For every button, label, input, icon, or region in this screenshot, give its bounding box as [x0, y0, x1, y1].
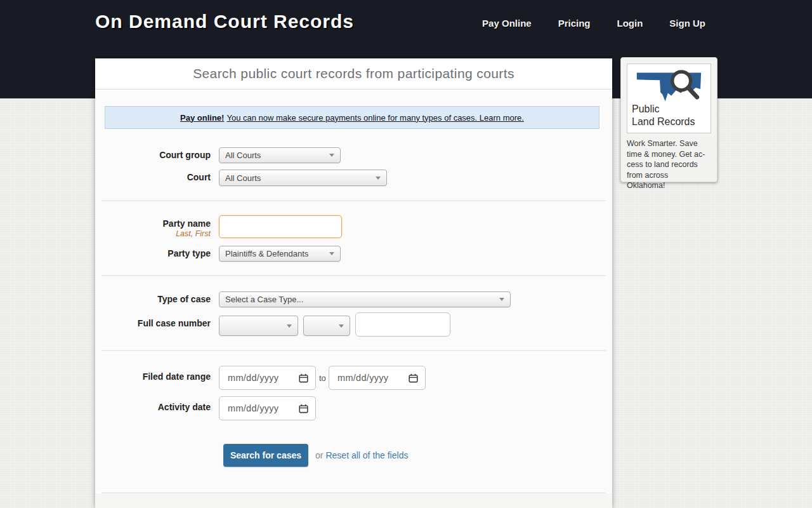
date-placeholder: mm/dd/yyyy: [228, 403, 278, 413]
ad-description-line: Work Smarter. Save: [627, 138, 711, 149]
party-name-hint: Last, First: [95, 229, 211, 238]
alert-body-text: You can now make secure payments online …: [226, 113, 524, 123]
chevron-down-icon: [329, 252, 334, 255]
top-nav: Pay Online Pricing Login Sign Up: [482, 18, 705, 29]
search-for-cases-button[interactable]: Search for cases: [223, 444, 308, 467]
court-value: All Courts: [225, 173, 261, 183]
oklahoma-magnifier-icon: [630, 67, 709, 107]
court-select[interactable]: All Courts: [219, 170, 387, 186]
party-type-select[interactable]: Plaintiffs & Defendants: [219, 246, 341, 262]
case-number-type-select[interactable]: [303, 316, 350, 336]
ad-description: Work Smarter. Save time & money. Get ac-…: [627, 138, 711, 191]
party-type-value: Plaintiffs & Defendants: [225, 249, 308, 258]
pay-online-alert-link[interactable]: Pay online! You can now make secure paym…: [105, 106, 599, 129]
chevron-down-icon: [376, 177, 381, 180]
court-label: Court: [95, 172, 211, 182]
public-land-records-logo: Public Land Records: [627, 64, 711, 133]
search-panel: Search public court records from partici…: [95, 58, 612, 508]
public-land-records-ad[interactable]: Public Land Records Work Smarter. Save t…: [620, 57, 717, 182]
case-number-year-select[interactable]: [219, 316, 298, 336]
filed-date-from-input[interactable]: mm/dd/yyyy: [219, 366, 316, 390]
divider: [102, 275, 606, 276]
chevron-down-icon: [287, 324, 292, 328]
wordmark-line1: Public: [632, 103, 695, 116]
panel-bottom-section: [95, 493, 612, 508]
nav-login[interactable]: Login: [617, 18, 643, 29]
site-logo[interactable]: On Demand Court Records: [95, 11, 354, 32]
divider: [102, 350, 606, 351]
ad-description-line: cess to land records: [627, 159, 711, 170]
full-case-number-label: Full case number: [95, 318, 211, 328]
calendar-icon[interactable]: [299, 404, 308, 413]
nav-pricing[interactable]: Pricing: [558, 18, 591, 29]
chevron-down-icon: [329, 154, 334, 157]
filed-date-range-label: Filed date range: [95, 371, 211, 382]
divider: [102, 492, 606, 493]
activity-date-input[interactable]: mm/dd/yyyy: [219, 396, 316, 420]
date-placeholder: mm/dd/yyyy: [228, 373, 278, 383]
party-name-label-text: Party name: [95, 218, 211, 229]
calendar-icon[interactable]: [409, 373, 418, 383]
ad-description-line: time & money. Get ac-: [627, 149, 711, 160]
public-land-records-wordmark: Public Land Records: [632, 103, 695, 129]
nav-pay-online[interactable]: Pay Online: [482, 18, 532, 29]
type-of-case-label: Type of case: [95, 294, 211, 304]
calendar-icon[interactable]: [299, 373, 308, 383]
filed-date-to-input[interactable]: mm/dd/yyyy: [329, 366, 426, 390]
case-type-select[interactable]: Select a Case Type...: [219, 291, 511, 307]
court-group-value: All Courts: [225, 150, 261, 160]
chevron-down-icon: [499, 298, 504, 301]
activity-date-label: Activity date: [95, 402, 211, 412]
wordmark-line2: Land Records: [632, 116, 695, 129]
reset-fields-link[interactable]: Reset all of the fields: [325, 450, 408, 460]
party-type-label: Party type: [95, 248, 211, 258]
ad-description-line: from across: [627, 170, 711, 181]
date-placeholder: mm/dd/yyyy: [337, 373, 388, 383]
case-type-value: Select a Case Type...: [225, 295, 303, 304]
date-range-separator: to: [319, 373, 326, 383]
court-group-label: Court group: [95, 150, 211, 160]
chevron-down-icon: [339, 324, 344, 328]
party-name-input[interactable]: [219, 215, 342, 238]
page-title: Search public court records from partici…: [193, 66, 514, 81]
alert-lead-text: Pay online!: [180, 113, 224, 123]
court-group-select[interactable]: All Courts: [219, 147, 341, 163]
nav-sign-up[interactable]: Sign Up: [669, 18, 705, 29]
divider: [102, 200, 606, 201]
ad-description-line: Oklahoma!: [627, 180, 711, 191]
or-text: or: [315, 450, 323, 460]
submit-secondary-actions: orReset all of the fields: [315, 450, 408, 460]
panel-title-bar: Search public court records from partici…: [95, 58, 612, 90]
case-number-input[interactable]: [355, 312, 450, 337]
party-name-label: Party name Last, First: [95, 218, 211, 238]
